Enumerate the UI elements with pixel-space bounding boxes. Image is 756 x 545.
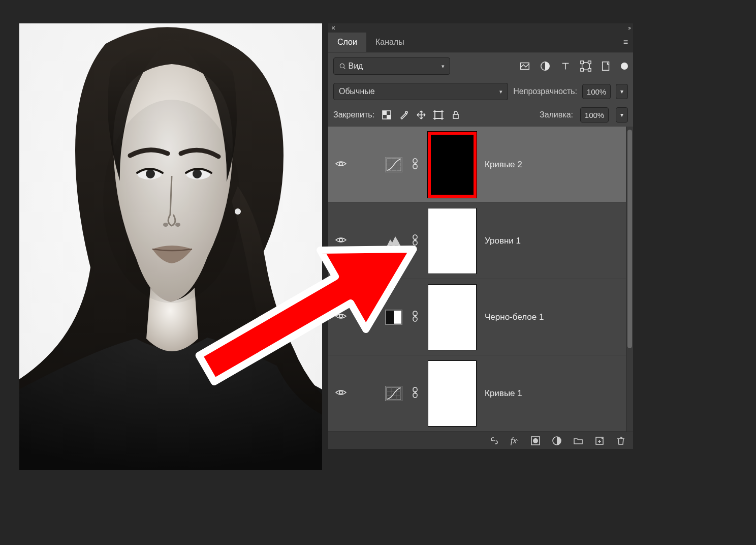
layer-mask-thumbnail[interactable]	[428, 208, 477, 274]
visibility-toggle[interactable]	[335, 234, 347, 248]
fill-value[interactable]: 100%	[580, 107, 609, 123]
layer-name[interactable]: Уровни 1	[485, 236, 521, 246]
curves-adjustment-icon[interactable]	[385, 157, 402, 172]
layer-mask-thumbnail[interactable]	[428, 360, 477, 427]
svg-point-8	[103, 100, 240, 303]
layer-mask-thumbnail[interactable]	[428, 284, 477, 350]
lock-label: Закрепить:	[333, 110, 374, 119]
layers-list: Кривые 2 Уровни 1	[328, 127, 633, 449]
blend-mode-select[interactable]: Обычные ▾	[333, 83, 508, 100]
layer-name[interactable]: Черно-белое 1	[485, 312, 544, 322]
lock-position-icon[interactable]	[416, 110, 426, 120]
filter-pixel-icon[interactable]	[519, 60, 530, 72]
svg-rect-17	[588, 69, 591, 72]
layer-filter-kind-select[interactable]: Вид ▾	[333, 57, 450, 75]
svg-point-29	[339, 162, 342, 165]
svg-point-38	[339, 238, 342, 241]
add-mask-icon[interactable]	[530, 436, 541, 446]
link-icon[interactable]	[411, 386, 420, 400]
tab-channels[interactable]: Каналы	[366, 33, 414, 52]
link-icon[interactable]	[411, 234, 420, 248]
lock-all-icon[interactable]	[451, 110, 461, 120]
panel-titlebar[interactable]: × ››	[328, 23, 633, 33]
filter-smartobject-icon[interactable]	[601, 60, 612, 72]
link-layers-icon[interactable]	[489, 436, 499, 446]
opacity-chevron[interactable]: ▾	[616, 84, 628, 99]
layer-name[interactable]: Кривые 1	[485, 388, 522, 399]
curves-adjustment-icon[interactable]	[385, 386, 402, 401]
collapse-icon[interactable]: ››	[628, 24, 630, 32]
svg-rect-47	[386, 311, 394, 324]
layer-row[interactable]: Уровни 1	[328, 203, 633, 279]
blend-mode-label: Обычные	[339, 87, 375, 96]
svg-marker-39	[387, 246, 390, 248]
svg-rect-23	[435, 111, 442, 118]
fill-chevron[interactable]: ▾	[616, 107, 628, 123]
layer-row[interactable]: Черно-белое 1	[328, 279, 633, 355]
visibility-toggle[interactable]	[335, 310, 347, 324]
new-adjustment-icon[interactable]	[552, 436, 562, 446]
link-icon[interactable]	[411, 310, 420, 324]
svg-rect-16	[581, 69, 584, 72]
layer-mask-thumbnail[interactable]	[428, 132, 477, 198]
svg-rect-20	[387, 115, 391, 119]
layer-fx-icon[interactable]: fx˅	[511, 436, 519, 446]
scrollbar-thumb[interactable]	[627, 130, 632, 348]
svg-marker-40	[392, 246, 395, 248]
new-layer-icon[interactable]	[594, 436, 605, 446]
close-icon[interactable]: ×	[331, 24, 335, 32]
svg-rect-18	[603, 62, 609, 71]
layer-row[interactable]: Кривые 2	[328, 127, 633, 203]
link-icon[interactable]	[411, 158, 420, 171]
fill-label: Заливка:	[540, 110, 573, 119]
svg-marker-41	[398, 246, 401, 248]
svg-rect-14	[581, 61, 584, 64]
panel-menu-icon[interactable]: ≡	[623, 38, 628, 47]
filter-adjustment-icon[interactable]	[540, 60, 551, 72]
layers-bottom-bar: fx˅	[328, 432, 633, 449]
svg-point-51	[339, 391, 342, 394]
svg-line-10	[343, 67, 345, 69]
new-group-icon[interactable]	[573, 436, 583, 446]
layer-row[interactable]: Кривые 1	[328, 355, 633, 432]
portrait-placeholder	[19, 23, 322, 470]
filter-shape-icon[interactable]	[580, 60, 591, 72]
layer-name[interactable]: Кривые 2	[485, 160, 522, 170]
bw-adjustment-icon[interactable]	[385, 310, 402, 325]
svg-rect-19	[383, 111, 387, 115]
lock-artboard-icon[interactable]	[433, 110, 444, 120]
svg-point-22	[405, 111, 407, 113]
filter-type-icon[interactable]	[560, 60, 571, 72]
lock-transparency-icon[interactable]	[382, 110, 392, 120]
svg-point-61	[533, 438, 538, 443]
svg-rect-15	[588, 61, 591, 64]
lock-paint-icon[interactable]	[399, 110, 409, 120]
filter-kind-label: Вид	[348, 62, 363, 70]
canvas-image[interactable]	[19, 23, 322, 470]
svg-rect-28	[453, 114, 458, 118]
svg-point-9	[340, 64, 344, 68]
levels-adjustment-icon[interactable]	[385, 233, 402, 249]
layers-scrollbar[interactable]	[626, 127, 633, 432]
filter-toggle-icon[interactable]	[621, 63, 628, 70]
visibility-toggle[interactable]	[335, 386, 347, 400]
opacity-label: Непрозрачность:	[513, 87, 577, 96]
delete-layer-icon[interactable]	[616, 436, 626, 446]
opacity-value[interactable]: 100%	[582, 84, 611, 99]
layers-panel: × ›› Слои Каналы ≡ Вид ▾	[328, 23, 633, 449]
visibility-toggle[interactable]	[335, 158, 347, 171]
tab-layers[interactable]: Слои	[328, 33, 366, 52]
svg-point-45	[339, 315, 342, 318]
